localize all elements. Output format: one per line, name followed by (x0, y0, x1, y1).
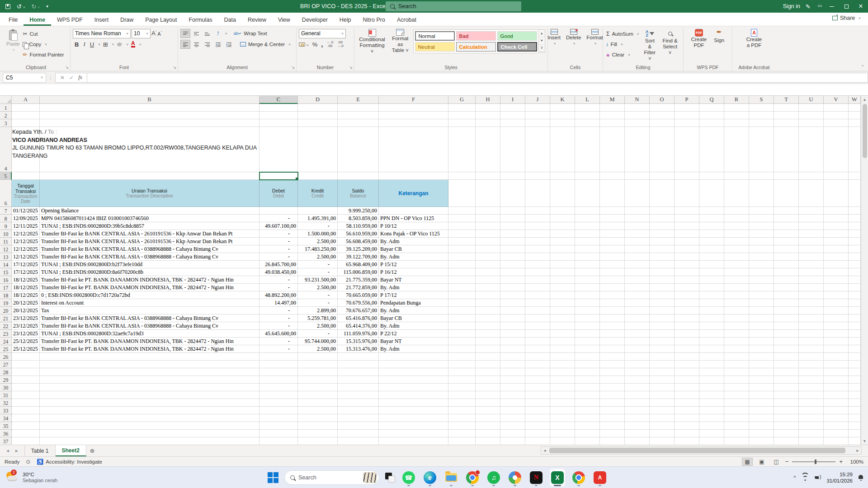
tab-acrobat[interactable]: Acrobat (391, 14, 422, 26)
cell-U30[interactable] (799, 384, 824, 391)
cell-J21[interactable] (525, 314, 550, 322)
cell-C4[interactable] (259, 127, 298, 172)
cell-D30[interactable] (298, 384, 338, 391)
cell-I6[interactable] (500, 180, 525, 207)
row-number-17[interactable]: 17 (0, 284, 12, 291)
cell-M20[interactable] (600, 307, 625, 314)
cell-F14[interactable]: P 15/12 (379, 261, 448, 268)
tab-file[interactable]: File (3, 14, 24, 26)
cell-O5[interactable] (650, 172, 675, 180)
horizontal-scroll-thumb[interactable] (549, 448, 845, 453)
cell-P23[interactable] (675, 330, 699, 338)
cell-V3[interactable] (824, 119, 849, 127)
cell-G28[interactable] (448, 368, 476, 376)
cell-E26[interactable] (338, 353, 379, 361)
cell-H16[interactable] (476, 276, 500, 284)
cell-I30[interactable] (500, 384, 525, 391)
cell-U16[interactable] (799, 276, 824, 284)
cell-M34[interactable] (600, 414, 625, 422)
cell-S34[interactable] (749, 414, 774, 422)
cell-K9[interactable] (550, 222, 575, 230)
cell-I1[interactable] (500, 104, 525, 112)
cell-V16[interactable] (824, 276, 849, 284)
cell-M31[interactable] (600, 391, 625, 399)
ribbon-display-icon[interactable]: ▭ (818, 3, 822, 10)
cell-R31[interactable] (724, 391, 749, 399)
cell-K13[interactable] (550, 253, 575, 261)
cell-F21[interactable]: Bayar CB (379, 314, 448, 322)
cell-F12[interactable]: Bayar CB (379, 245, 448, 253)
cell-W9[interactable] (849, 222, 861, 230)
create-pdf-button[interactable]: PDF CreatePDF (689, 28, 709, 49)
cell-E24[interactable]: 15.315.976,00 (338, 338, 379, 345)
cell-W17[interactable] (849, 284, 861, 291)
cell-W31[interactable] (849, 391, 861, 399)
cell-N30[interactable] (625, 384, 650, 391)
cell-D2[interactable] (298, 112, 338, 119)
row-number-16[interactable]: 16 (0, 276, 12, 284)
cell-K19[interactable] (550, 299, 575, 307)
find-select-button[interactable]: Find &Select ˅ (659, 28, 681, 56)
cell-J20[interactable] (525, 307, 550, 314)
alignment-dialog-launcher[interactable]: ↘ (291, 65, 295, 70)
cell-S27[interactable] (749, 361, 774, 368)
cell-K17[interactable] (550, 284, 575, 291)
row-number-34[interactable]: 34 (0, 414, 12, 422)
fill-color-icon[interactable] (115, 42, 124, 47)
cell-F8[interactable]: PPN DN - OP Vico 1125 (379, 215, 448, 222)
cell-W27[interactable] (849, 361, 861, 368)
cell-W13[interactable] (849, 253, 861, 261)
cell-R18[interactable] (724, 291, 749, 299)
cell-E11[interactable]: 56.608.459,00 (338, 238, 379, 245)
cell-E6[interactable]: SaldoBalance (338, 180, 379, 207)
cell-G15[interactable] (448, 268, 476, 276)
cell-C7[interactable] (259, 207, 298, 215)
cell-N28[interactable] (625, 368, 650, 376)
cell-A18[interactable]: 18/12/2025 (12, 291, 40, 299)
row-number-26[interactable]: 26 (0, 353, 12, 361)
cell-I4[interactable] (500, 127, 525, 172)
cell-L11[interactable] (575, 238, 600, 245)
cell-C6[interactable]: DebetDebit (259, 180, 298, 207)
cell-J35[interactable] (525, 422, 550, 430)
cell-S21[interactable] (749, 314, 774, 322)
cell-A24[interactable]: 25/12/2025 (12, 338, 40, 345)
cell-C27[interactable] (259, 361, 298, 368)
cell-J23[interactable] (525, 330, 550, 338)
cell-U24[interactable] (799, 338, 824, 345)
taskbar-app-netflix[interactable]: N (528, 469, 544, 487)
cell-R12[interactable] (724, 245, 749, 253)
cell-D17[interactable]: 2.500,00 (298, 284, 338, 291)
cell-P5[interactable] (675, 172, 699, 180)
cell-Q18[interactable] (699, 291, 724, 299)
cell-F37[interactable] (379, 437, 448, 445)
cell-S28[interactable] (749, 368, 774, 376)
cell-O8[interactable] (650, 215, 675, 222)
row-number-27[interactable]: 27 (0, 361, 12, 368)
cell-G31[interactable] (448, 391, 476, 399)
cell-M30[interactable] (600, 384, 625, 391)
cell-L13[interactable] (575, 253, 600, 261)
cell-B19[interactable]: Interest on Account (40, 299, 259, 307)
volume-icon[interactable] (815, 475, 821, 480)
cell-B34[interactable] (40, 414, 259, 422)
cell-V21[interactable] (824, 314, 849, 322)
cell-N6[interactable] (625, 180, 650, 207)
cell-E27[interactable] (338, 361, 379, 368)
cell-G8[interactable] (448, 215, 476, 222)
sheet-tab-sheet2[interactable]: Sheet2 (56, 445, 86, 456)
cell-R4[interactable] (724, 127, 749, 172)
cell-M26[interactable] (600, 353, 625, 361)
cell-H30[interactable] (476, 384, 500, 391)
sign-button[interactable]: ✒ Sign (712, 28, 726, 44)
cell-H11[interactable] (476, 238, 500, 245)
cell-Q14[interactable] (699, 261, 724, 268)
cell-G34[interactable] (448, 414, 476, 422)
cell-M35[interactable] (600, 422, 625, 430)
cell-W29[interactable] (849, 376, 861, 384)
cell-O17[interactable] (650, 284, 675, 291)
cell-F32[interactable] (379, 399, 448, 407)
cell-L8[interactable] (575, 215, 600, 222)
cell-J31[interactable] (525, 391, 550, 399)
zoom-slider-thumb[interactable] (815, 460, 816, 464)
